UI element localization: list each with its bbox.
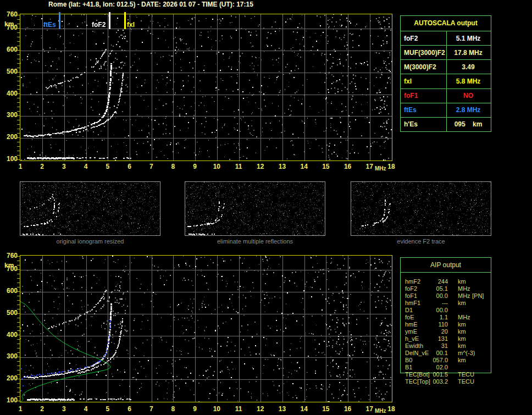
marker-line-fxi	[124, 12, 126, 29]
y-tick-label: 400	[1, 331, 18, 339]
y-tick-label: 400	[1, 90, 18, 97]
x-tick-label: 13	[279, 405, 286, 413]
x-tick-label: 10	[213, 163, 220, 170]
aip-row-value: 001.5	[430, 371, 448, 378]
x-tick-label: 8	[171, 405, 175, 413]
aip-row: hmE110km	[401, 321, 491, 328]
x-tick-label: 12	[257, 163, 264, 170]
autoscala-row-value: 3.49	[447, 63, 490, 71]
autoscala-row-label: foF1	[404, 92, 418, 99]
marker-line-fof2	[109, 12, 110, 29]
aip-row-unit: km	[458, 278, 466, 285]
aip-row: TEC[Top]003.2TECU	[401, 378, 491, 385]
aip-row: h_vE131km	[401, 335, 491, 342]
thumbnail-caption-2: eliminate multiple reflections	[185, 238, 325, 245]
aip-row-unit: km	[458, 300, 466, 307]
x-tick-label: 12	[257, 405, 264, 413]
aip-row-unit: km	[458, 357, 466, 364]
autoscala-row-value: 5.8 MHz	[447, 78, 490, 85]
x-tick-label: 4	[84, 163, 88, 170]
y-tick-label: 600	[1, 46, 18, 53]
x-tick-label: 6	[128, 163, 131, 170]
x-tick-label: 10	[213, 405, 220, 413]
aip-row: hmF2244km	[401, 278, 491, 285]
aip-row-name: hmF1	[405, 300, 420, 307]
top-plot-x-unit-label: MHz	[375, 165, 386, 171]
aip-row-unit: km	[458, 328, 466, 335]
x-tick-label: 15	[322, 163, 329, 170]
autoscala-row-label: h'Es	[404, 120, 418, 128]
aip-row: B0057.0km	[401, 357, 491, 364]
page-title: Rome (lat: +41.8, lon: 012.5) - DATE: 20…	[48, 1, 253, 8]
x-tick-label: 7	[149, 405, 153, 413]
y-tick-label: 500	[1, 309, 18, 317]
x-tick-label: 16	[344, 163, 351, 170]
aip-row-name: B0	[405, 357, 412, 364]
x-tick-label: 4	[84, 405, 88, 413]
autoscala-app-window: { "title": "Rome (lat: +41.8, lon: 012.5…	[0, 0, 532, 415]
thumbnail-caption-1: original ionogram resized	[20, 238, 160, 245]
x-tick-label: 9	[193, 405, 197, 413]
thumbnail-1	[20, 181, 160, 236]
x-tick-label: 17	[366, 405, 373, 413]
aip-row-name: TEC[Top]	[405, 378, 430, 385]
x-tick-label: 1	[19, 163, 23, 170]
aip-row: Ewidth31km	[401, 342, 491, 350]
aip-row-value: 00.0	[430, 292, 448, 300]
marker-label-fxi: fxI	[127, 21, 135, 29]
y-tick-label: 760	[1, 252, 18, 259]
aip-row-unit: TECU	[458, 378, 474, 385]
aip-row-value: 20	[430, 328, 448, 335]
aip-row-value: 31	[430, 342, 448, 350]
y-tick-label: 300	[1, 353, 18, 360]
aip-row-unit: m^(-3)	[458, 350, 475, 357]
aip-row-value: 003.2	[430, 378, 448, 385]
top-plot-y-unit-label: km	[4, 20, 14, 28]
aip-row: foF205.1MHz	[401, 285, 491, 292]
aip-row-name: B1	[405, 364, 412, 371]
marker-line-ftes	[59, 12, 60, 29]
aip-row: foF100.0MHz[PN]	[401, 292, 491, 300]
autoscala-row-label: fxI	[404, 78, 412, 85]
x-tick-label: 11	[235, 405, 242, 413]
aip-row: DelN_vE00.1m^(-3)	[401, 350, 491, 357]
aip-table-divider	[401, 272, 491, 273]
autoscala-row: fxI5.8 MHz	[401, 74, 491, 88]
aip-row-unit: MHz	[458, 285, 470, 292]
thumbnail-3	[351, 181, 491, 236]
aip-row-name: DelN_vE	[405, 350, 429, 357]
autoscala-row-value: 2.8 MHz	[447, 106, 490, 114]
aip-row: foE1.1MHz	[401, 314, 491, 321]
y-tick-label: 100	[1, 397, 18, 404]
x-tick-label: 9	[193, 163, 197, 170]
x-tick-label: 3	[62, 163, 66, 170]
aip-row-value: 05.1	[430, 285, 448, 292]
aip-table-header: AIP output	[401, 261, 491, 269]
aip-row: TEC[Bot]001.5TECU	[401, 371, 491, 378]
autoscala-table-rows: foF25.1 MHzMUF(3000)F217.8 MHzM(3000)F23…	[401, 31, 491, 131]
thumbnail-2	[185, 181, 325, 236]
bottom-ionogram-canvas	[20, 256, 392, 402]
aip-row-value: 131	[430, 335, 448, 342]
aip-row-value: 02.0	[430, 364, 448, 371]
aip-row-name: foF1	[405, 292, 417, 300]
aip-row-name: Ewidth	[405, 342, 423, 350]
thumbnail-canvas-1	[20, 182, 160, 235]
x-tick-label: 14	[300, 405, 307, 413]
x-tick-label: 1	[19, 405, 23, 413]
x-tick-label: 18	[387, 163, 395, 170]
aip-row-unit: MHz	[458, 314, 470, 321]
autoscala-row: ftEs2.8 MHz	[401, 103, 491, 117]
aip-row-name: TEC[Bot]	[405, 371, 430, 378]
aip-output-table: AIP output hmF2244kmfoF205.1MHzfoF100.0M…	[400, 257, 491, 373]
x-tick-label: 16	[344, 405, 351, 413]
aip-row-value: 057.0	[430, 357, 448, 364]
x-tick-label: 5	[106, 163, 109, 170]
autoscala-row: foF25.1 MHz	[401, 31, 491, 45]
marker-label-ftes: ftEs	[43, 21, 56, 29]
aip-row-name: hmF2	[405, 278, 420, 285]
aip-row-unit: km	[458, 342, 466, 350]
aip-row-name: foE	[405, 314, 414, 321]
aip-row: D100.0	[401, 307, 491, 314]
autoscala-row: foF1NO	[401, 88, 491, 103]
